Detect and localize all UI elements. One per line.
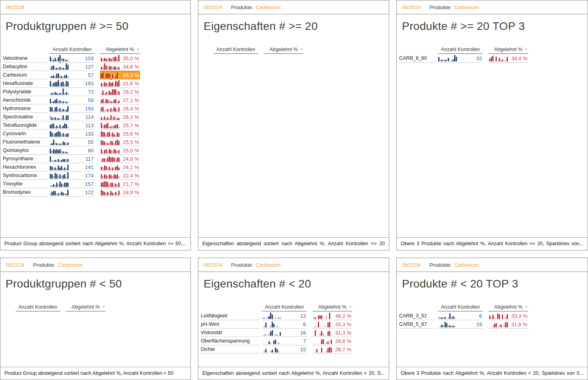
sparkline-bar xyxy=(448,317,449,319)
sort-descending-icon[interactable]: ▼ xyxy=(525,305,528,308)
column-header-abgelehnt[interactable]: Abgelehnt %▼ xyxy=(488,47,528,54)
rejected-value: 24,1 % xyxy=(123,164,139,170)
row-label: Aerochloride xyxy=(3,96,47,104)
row-label: Hexachloronex xyxy=(3,163,47,171)
sparkline-bar xyxy=(63,89,64,95)
column-header-anzahl-kontrollen[interactable]: Anzahl Kontrollen xyxy=(262,304,307,311)
sparkline-bar xyxy=(110,175,112,179)
sparkline-bar xyxy=(445,317,446,319)
table-row[interactable]: Trioxylite15721,7 % xyxy=(3,180,188,188)
table-row[interactable]: Hexafluxinate19331,6 % xyxy=(3,79,188,88)
sparkline-bar xyxy=(326,316,327,319)
table-row[interactable]: Synthocarbonix17422,4 % xyxy=(3,171,188,180)
sparkline-bar xyxy=(101,131,102,137)
sparkline-bar xyxy=(117,102,118,103)
column-header-abgelehnt[interactable]: Abgelehnt %▼ xyxy=(66,304,106,311)
column-header-anzahl-kontrollen[interactable]: Anzahl Kontrollen xyxy=(438,304,483,311)
table-row[interactable]: Pyrosynthane11724,8 % xyxy=(3,155,188,163)
table-row[interactable]: Carbexium5733,3 % xyxy=(3,71,188,79)
sparkline-bar-chart xyxy=(262,338,281,344)
sparkline-bar xyxy=(109,126,110,128)
rejected-value: 29,2 % xyxy=(123,89,139,95)
sparkline-bar xyxy=(115,167,116,170)
sparkline-bar xyxy=(331,335,332,336)
sort-descending-icon[interactable]: ▼ xyxy=(525,48,528,51)
table-row[interactable]: CARB_6_603234,4 % xyxy=(399,54,585,63)
table-row[interactable]: Deltacyline12734,6 % xyxy=(3,63,188,71)
sparkline-bar xyxy=(276,326,278,327)
sparkline-bar xyxy=(101,123,102,128)
sparkline-bar xyxy=(67,82,69,87)
table-row[interactable]: Aerochloride5927,1 % xyxy=(3,96,188,104)
sort-descending-icon[interactable]: ▼ xyxy=(102,305,105,308)
table-row[interactable]: Spectrovaline11426,3 % xyxy=(3,113,188,121)
sparkline-bar xyxy=(109,174,110,179)
column-header-abgelehnt[interactable]: Abgelehnt %▼ xyxy=(488,304,528,311)
table-row[interactable]: Hydronoxine19326,4 % xyxy=(3,104,188,113)
column-header-anzahl-kontrollen[interactable]: Anzahl Kontrollen xyxy=(214,47,258,54)
table-row[interactable]: CARB_5_671931,6 % xyxy=(399,320,585,329)
column-header-anzahl-kontrollen[interactable]: Anzahl Kontrollen xyxy=(16,304,60,311)
rejected-cell: 26,7 % xyxy=(312,345,352,354)
row-label: Cyclovarin xyxy=(3,130,47,138)
sparkline-bar-chart xyxy=(101,122,120,128)
table-row[interactable]: Dichte1526,7 % xyxy=(201,345,386,354)
table-row[interactable]: Bromodynex12218,9 % xyxy=(3,188,188,197)
sort-descending-icon[interactable]: ▼ xyxy=(300,48,303,51)
table-row[interactable]: Viskosität1631,3 % xyxy=(201,329,386,337)
sparkline-bar xyxy=(112,89,113,95)
table-row[interactable]: CARB_3_52633,3 % xyxy=(399,312,585,320)
sparkline-bar xyxy=(107,132,108,137)
sparkline-bar-chart xyxy=(101,139,120,145)
table-row[interactable]: Fluoromethalene5525,5 % xyxy=(3,138,188,146)
table-row[interactable]: Tetrafluoroglide11325,7 % xyxy=(3,121,188,130)
controls-value: 6 xyxy=(303,321,307,327)
sparkline-bar xyxy=(58,80,59,87)
sort-descending-icon[interactable]: ▼ xyxy=(137,48,139,51)
sparkline-bar xyxy=(64,68,65,70)
column-header-abgelehnt[interactable]: Abgelehnt %▼ xyxy=(312,304,352,311)
sparkline-bar xyxy=(118,91,120,95)
sparkline-bar xyxy=(101,149,102,154)
sparkline-bar xyxy=(101,93,102,95)
column-header-anzahl-kontrollen[interactable]: Anzahl Kontrollen xyxy=(50,47,94,54)
table-row[interactable]: Oberflächenspannung728,6 % xyxy=(201,337,386,345)
sparkline-bar xyxy=(323,339,324,344)
sparkline-bar xyxy=(53,167,54,170)
sparkline-bar xyxy=(63,82,64,87)
table-row[interactable]: Quintasylox8025,0 % xyxy=(3,146,188,155)
column-header-abgelehnt[interactable]: Abgelehnt %▼ xyxy=(100,47,140,54)
sparkline-bar xyxy=(101,83,102,87)
table-row[interactable]: Leitfähigkeit1346,2 % xyxy=(201,312,386,320)
rejected-value: 25,0 % xyxy=(123,148,139,154)
sparkline-bar xyxy=(66,116,67,120)
table-row[interactable]: pH-Wert633,3 % xyxy=(201,320,386,329)
rejected-value: 25,7 % xyxy=(123,122,139,128)
table-row[interactable]: Hexachloronex14124,1 % xyxy=(3,163,188,171)
sparkline-bar xyxy=(104,132,105,137)
sparkline-bar xyxy=(275,334,276,336)
table-row[interactable]: Polystyratide7229,2 % xyxy=(3,88,188,96)
sparkline-bar xyxy=(63,126,64,128)
sparkline-bar xyxy=(329,313,330,319)
sparkline-bar xyxy=(50,93,51,95)
controls-cell: 133 xyxy=(50,130,94,138)
sparkline-bar xyxy=(494,61,495,61)
sparkline-bar xyxy=(50,68,51,70)
sparkline-bar xyxy=(64,110,65,112)
sparkline-bar xyxy=(106,118,107,120)
sparkline-bar xyxy=(500,60,502,61)
sparkline-bar xyxy=(55,160,56,162)
sparkline-bar-chart xyxy=(50,172,69,179)
sparkline-bar xyxy=(66,75,67,78)
filter-value: Carbexium xyxy=(454,4,479,10)
sparkline-bar xyxy=(53,134,54,137)
table-row[interactable]: Cyclovarin13325,6 % xyxy=(3,130,188,138)
sparkline-bar-chart xyxy=(313,313,332,319)
sparkline-bar xyxy=(50,81,51,87)
sparkline-bar xyxy=(446,319,447,319)
sort-descending-icon[interactable]: ▼ xyxy=(349,305,352,308)
column-header-abgelehnt[interactable]: Abgelehnt %▼ xyxy=(264,47,304,54)
table-row[interactable]: Velocitrene10335,0 % xyxy=(3,54,188,63)
column-header-anzahl-kontrollen[interactable]: Anzahl Kontrollen xyxy=(438,47,483,54)
